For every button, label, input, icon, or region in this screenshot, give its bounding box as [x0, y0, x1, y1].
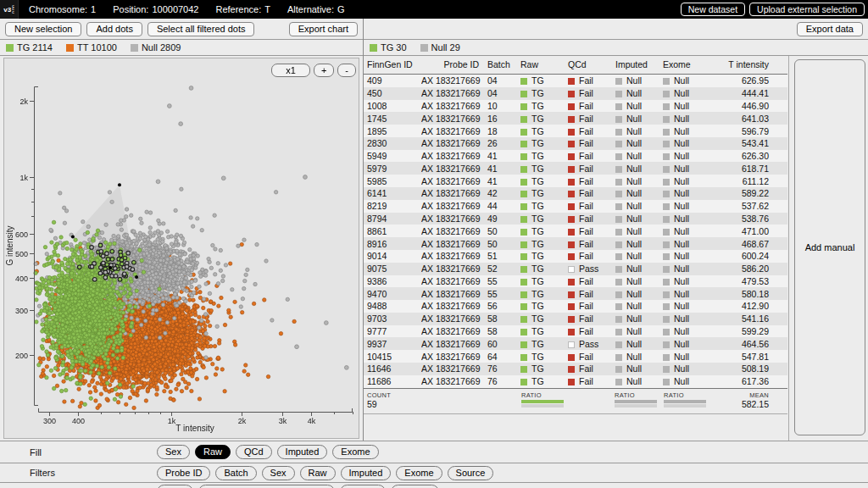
cell-t-intensity: 464.56 — [726, 337, 787, 350]
table-row[interactable]: 9014AX 18321766951TGFailNullNull600.24 — [364, 250, 787, 263]
status-swatch — [520, 341, 527, 348]
pill-sex[interactable]: Sex — [262, 466, 295, 480]
cell-raw: TG — [516, 137, 564, 150]
table-row[interactable]: 5979AX 18321766941TGFailNullNull618.71 — [364, 162, 787, 175]
cell-raw: TG — [516, 300, 564, 313]
select-all-filtered-dots-button[interactable]: Select all filtered dots — [147, 22, 255, 36]
pill-raw[interactable]: Raw — [195, 445, 231, 459]
cell-finngen-id: 9488 — [364, 300, 421, 313]
cell-t-intensity: 586.20 — [726, 263, 787, 275]
table-row[interactable]: 450AX 18321766904TGFailNullNull444.41 — [364, 87, 787, 100]
new-dataset-button[interactable]: New dataset — [681, 3, 745, 16]
add-dots-button[interactable]: Add dots — [86, 22, 142, 36]
pill-batch[interactable]: Batch — [215, 466, 256, 480]
cell-batch: 55 — [482, 275, 516, 288]
cell-imputed: Null — [611, 100, 659, 113]
col-qcd: QCd — [564, 56, 611, 75]
pill-probe-id[interactable]: Probe ID — [157, 466, 210, 480]
table-row[interactable]: 1745AX 18321766916TGFailNullNull641.03 — [364, 112, 787, 125]
pill-exome[interactable]: Exome — [396, 466, 442, 480]
export-chart-button[interactable]: Export chart — [289, 22, 358, 36]
table-row[interactable]: 409AX 18321766904TGFailNullNull626.95 — [364, 75, 787, 87]
cell-raw: TG — [516, 375, 564, 388]
cell-raw: TG — [516, 237, 564, 250]
zoom-reset-button[interactable]: x1 — [271, 64, 310, 77]
ratio-label: RATIO — [521, 391, 564, 399]
export-data-button[interactable]: Export data — [797, 22, 863, 36]
genotype-scatter-chart[interactable] — [4, 58, 359, 438]
upload-external-selection-button[interactable]: Upload external selection — [749, 3, 865, 16]
table-row[interactable]: 8219AX 18321766944TGFailNullNull537.62 — [364, 200, 787, 213]
pill-results[interactable]: Results — [391, 485, 439, 488]
status-swatch — [520, 266, 527, 273]
pill-group: SexRawQCdImputedExome — [157, 445, 379, 459]
chart-toolbar: New selectionAdd dotsSelect all filtered… — [0, 19, 363, 40]
pill-raw[interactable]: Raw — [300, 466, 336, 480]
table-row[interactable]: 11686AX 18321766976TGFailNullNull617.36 — [364, 375, 787, 388]
pill-tags[interactable]: Tags — [157, 485, 193, 488]
table-row[interactable]: 9777AX 18321766958TGFailNullNull599.29 — [364, 325, 787, 338]
table-row[interactable]: 8916AX 18321766950TGFailNullNull468.67 — [364, 237, 787, 250]
cell-raw: TG — [516, 100, 564, 113]
table-row[interactable]: 8861AX 18321766950TGFailNullNull471.00 — [364, 225, 787, 237]
table-row[interactable]: 9488AX 18321766956TGFailNullNull412.90 — [364, 300, 787, 313]
table-row[interactable]: 5949AX 18321766941TGFailNullNull626.30 — [364, 150, 787, 163]
zoom-out-button[interactable]: - — [337, 64, 356, 77]
pill-source[interactable]: Source — [448, 466, 494, 480]
pill-qc-fail[interactable]: QC fail — [340, 485, 386, 488]
cell-raw: TG — [516, 263, 564, 275]
pill-sex[interactable]: Sex — [157, 445, 190, 459]
table-row[interactable]: 5985AX 18321766941TGFailNullNull611.12 — [364, 175, 787, 187]
add-manual-button[interactable]: Add manual — [794, 59, 865, 435]
status-swatch — [568, 153, 575, 160]
cell-probe-id: AX 183217669 — [421, 75, 482, 87]
status-swatch — [615, 116, 622, 123]
cell-batch: 41 — [482, 162, 516, 175]
cell-exome: Null — [659, 75, 726, 87]
status-swatch — [615, 103, 622, 110]
status-swatch — [663, 316, 670, 323]
table-row[interactable]: 8794AX 18321766949TGFailNullNull538.76 — [364, 213, 787, 225]
pill-imputed[interactable]: Imputed — [341, 466, 392, 480]
cell-batch: 18 — [482, 125, 516, 137]
table-row[interactable]: 11646AX 18321766976TGFailNullNull508.19 — [364, 363, 787, 375]
cell-probe-id: AX 183217669 — [421, 100, 482, 113]
cell-finngen-id: 9470 — [364, 287, 421, 300]
cell-batch: 55 — [482, 287, 516, 300]
cell-batch: 49 — [482, 213, 516, 225]
table-row[interactable]: 9937AX 18321766960TGPassNullNull464.56 — [364, 337, 787, 350]
cell-imputed: Null — [611, 250, 659, 263]
cell-probe-id: AX 183217669 — [421, 375, 482, 388]
status-swatch — [663, 241, 670, 248]
cell-probe-id: AX 183217669 — [421, 250, 482, 263]
table-row[interactable]: 6141AX 18321766942TGFailNullNull589.22 — [364, 187, 787, 200]
topbar-buttons: New datasetUpload external selection — [681, 3, 865, 16]
table-row[interactable]: 9703AX 18321766958TGFailNullNull541.16 — [364, 313, 787, 325]
cell-probe-id: AX 183217669 — [421, 237, 482, 250]
table-row[interactable]: 9075AX 18321766952TGPassNullNull586.20 — [364, 263, 787, 275]
pill-imputed[interactable]: Imputed — [277, 445, 328, 459]
pill-raw-imputed-unusual-dots[interactable]: Raw imputed + Unusual dots — [198, 485, 335, 488]
cell-raw: TG — [516, 112, 564, 125]
new-selection-button[interactable]: New selection — [5, 22, 81, 36]
table-row[interactable]: 9470AX 18321766955TGFailNullNull580.18 — [364, 287, 787, 300]
cell-t-intensity: 547.81 — [726, 350, 787, 363]
cell-raw: TG — [516, 363, 564, 375]
alternative-label: Alternative: — [287, 4, 334, 14]
cell-exome: Null — [659, 213, 726, 225]
cell-t-intensity: 444.41 — [726, 87, 787, 100]
table-row[interactable]: 2830AX 18321766926TGFailNullNull543.41 — [364, 137, 787, 150]
status-swatch — [663, 153, 670, 160]
pill-exome[interactable]: Exome — [332, 445, 378, 459]
table-row[interactable]: 1008AX 18321766910TGFailNullNull446.90 — [364, 100, 787, 113]
zoom-in-button[interactable]: + — [314, 64, 334, 77]
table-row[interactable]: 1895AX 18321766918TGFailNullNull596.79 — [364, 125, 787, 137]
status-swatch — [615, 253, 622, 260]
cell-qcd: Fail — [564, 150, 611, 163]
table-row[interactable]: 10415AX 18321766964TGFailNullNull547.81 — [364, 350, 787, 363]
status-swatch — [663, 279, 670, 286]
status-swatch — [520, 179, 527, 186]
table-row[interactable]: 9386AX 18321766955TGFailNullNull479.53 — [364, 275, 787, 288]
pill-qcd[interactable]: QCd — [236, 445, 272, 459]
status-swatch — [615, 91, 622, 97]
